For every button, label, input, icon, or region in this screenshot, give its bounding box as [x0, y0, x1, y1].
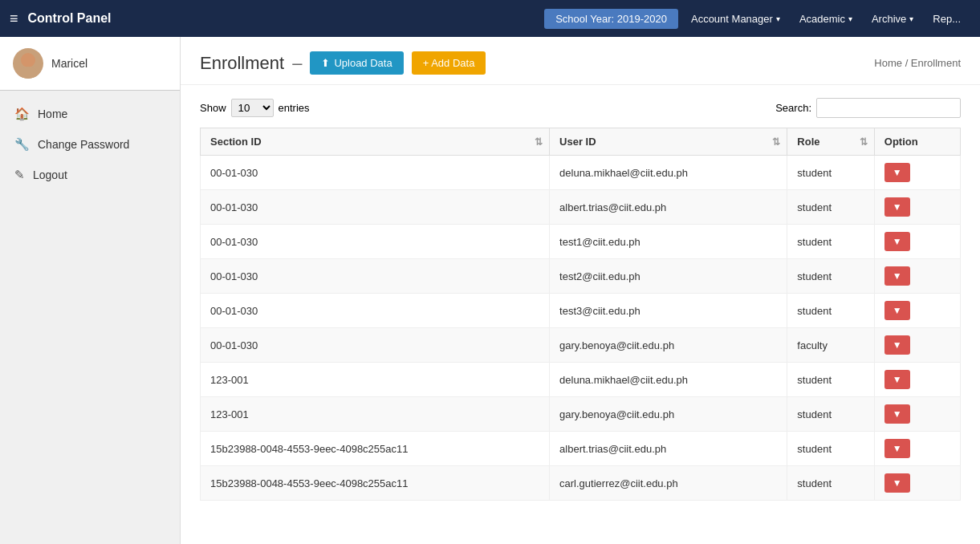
- cell-section-id: 00-01-030: [201, 225, 550, 259]
- cell-role: student: [787, 259, 874, 294]
- school-year-badge: School Year: 2019-2020: [544, 9, 678, 29]
- cell-user-id: test2@ciit.edu.ph: [550, 259, 787, 294]
- navbar-right: School Year: 2019-2020 Account Manager ▾…: [544, 8, 970, 30]
- sidebar-item-home[interactable]: 🏠 Home: [0, 99, 180, 129]
- cell-user-id: gary.benoya@ciit.edu.ph: [550, 397, 787, 432]
- table-row: 15b23988-0048-4553-9eec-4098c255ac11 car…: [201, 466, 961, 501]
- cell-option: ▼: [874, 432, 960, 466]
- option-dropdown-button[interactable]: ▼: [884, 439, 910, 458]
- breadcrumb-current: Enrollment: [911, 57, 961, 69]
- brand-title: Control Panel: [28, 11, 112, 26]
- option-dropdown-button[interactable]: ▼: [884, 370, 910, 389]
- option-dropdown-button[interactable]: ▼: [884, 163, 910, 182]
- logout-icon: ✎: [14, 168, 25, 182]
- col-section-id: Section ID ⇅: [201, 128, 550, 156]
- col-option: Option: [874, 128, 960, 156]
- sidebar-nav: 🏠 Home 🔧 Change Password ✎ Logout: [0, 91, 180, 198]
- user-id-sort-icon[interactable]: ⇅: [772, 136, 780, 148]
- academic-caret-icon: ▾: [848, 14, 852, 23]
- cell-role: student: [787, 294, 874, 328]
- cell-option: ▼: [874, 466, 960, 501]
- option-dropdown-button[interactable]: ▼: [884, 335, 910, 355]
- upload-data-button[interactable]: ⬆ Upload Data: [310, 51, 403, 75]
- table-controls: Show 10 25 50 100 entries Search:: [200, 98, 961, 118]
- academic-btn[interactable]: Academic ▾: [790, 8, 862, 30]
- cell-section-id: 00-01-030: [201, 294, 550, 328]
- upload-icon: ⬆: [321, 57, 330, 69]
- search-input[interactable]: [816, 98, 961, 118]
- cell-role: student: [787, 397, 874, 432]
- cell-option: ▼: [874, 190, 960, 225]
- svg-point-1: [18, 67, 39, 79]
- entries-select[interactable]: 10 25 50 100: [231, 99, 274, 117]
- option-dropdown-button[interactable]: ▼: [884, 266, 910, 286]
- sidebar-item-change-password-label: Change Password: [38, 138, 129, 151]
- reports-btn[interactable]: Rep...: [923, 8, 970, 30]
- option-dropdown-button[interactable]: ▼: [884, 473, 910, 493]
- cell-section-id: 123-001: [201, 363, 550, 397]
- table-row: 00-01-030 albert.trias@ciit.edu.ph stude…: [201, 190, 961, 225]
- cell-role: faculty: [787, 328, 874, 363]
- cell-role: student: [787, 190, 874, 225]
- show-label: Show: [200, 102, 226, 114]
- archive-caret-icon: ▾: [909, 14, 913, 23]
- cell-section-id: 00-01-030: [201, 328, 550, 363]
- table-row: 15b23988-0048-4553-9eec-4098c255ac11 alb…: [201, 432, 961, 466]
- table-row: 00-01-030 deluna.mikhael@ciit.edu.ph stu…: [201, 156, 961, 190]
- option-dropdown-button[interactable]: ▼: [884, 404, 910, 424]
- cell-user-id: albert.trias@ciit.edu.ph: [550, 432, 787, 466]
- cell-section-id: 00-01-030: [201, 259, 550, 294]
- table-row: 00-01-030 test1@ciit.edu.ph student ▼: [201, 225, 961, 259]
- cell-user-id: gary.benoya@ciit.edu.ph: [550, 328, 787, 363]
- sidebar-toggle[interactable]: ≡: [10, 10, 18, 27]
- sidebar-item-home-label: Home: [38, 108, 67, 120]
- table-row: 00-01-030 test2@ciit.edu.ph student ▼: [201, 259, 961, 294]
- cell-role: student: [787, 225, 874, 259]
- cell-role: student: [787, 156, 874, 190]
- cell-option: ▼: [874, 294, 960, 328]
- cell-option: ▼: [874, 156, 960, 190]
- cell-role: student: [787, 466, 874, 501]
- breadcrumb-separator: /: [905, 57, 911, 69]
- sidebar-item-logout-label: Logout: [33, 168, 67, 181]
- option-dropdown-button[interactable]: ▼: [884, 232, 910, 251]
- table-row: 00-01-030 test3@ciit.edu.ph student ▼: [201, 294, 961, 328]
- table-header-row: Section ID ⇅ User ID ⇅ Role ⇅ Option: [201, 128, 961, 156]
- sidebar-item-change-password[interactable]: 🔧 Change Password: [0, 129, 180, 160]
- show-entries: Show 10 25 50 100 entries: [200, 99, 310, 117]
- option-dropdown-button[interactable]: ▼: [884, 197, 910, 217]
- cell-option: ▼: [874, 363, 960, 397]
- cell-user-id: deluna.mikhael@ciit.edu.ph: [550, 363, 787, 397]
- breadcrumb-home[interactable]: Home: [874, 57, 902, 69]
- cell-user-id: carl.gutierrez@ciit.edu.ph: [550, 466, 787, 501]
- archive-btn[interactable]: Archive ▾: [862, 8, 923, 30]
- option-dropdown-button[interactable]: ▼: [884, 301, 910, 320]
- cell-role: student: [787, 363, 874, 397]
- account-manager-btn[interactable]: Account Manager ▾: [681, 8, 790, 30]
- section-id-sort-icon[interactable]: ⇅: [535, 136, 543, 148]
- home-icon: 🏠: [14, 107, 30, 121]
- table-row: 123-001 deluna.mikhael@ciit.edu.ph stude…: [201, 363, 961, 397]
- add-data-button[interactable]: + Add Data: [412, 51, 486, 75]
- sidebar-item-logout[interactable]: ✎ Logout: [0, 160, 180, 190]
- sidebar-user: Maricel: [0, 37, 180, 91]
- account-manager-caret-icon: ▾: [776, 14, 780, 23]
- main-header: Enrollment – ⬆ Upload Data + Add Data Ho…: [181, 37, 980, 85]
- cell-section-id: 15b23988-0048-4553-9eec-4098c255ac11: [201, 466, 550, 501]
- role-sort-icon[interactable]: ⇅: [860, 136, 868, 148]
- table-row: 123-001 gary.benoya@ciit.edu.ph student …: [201, 397, 961, 432]
- cell-user-id: test3@ciit.edu.ph: [550, 294, 787, 328]
- sidebar: Maricel 🏠 Home 🔧 Change Password ✎ Logou…: [0, 37, 181, 544]
- cell-section-id: 15b23988-0048-4553-9eec-4098c255ac11: [201, 432, 550, 466]
- cell-option: ▼: [874, 259, 960, 294]
- cell-user-id: deluna.mikhael@ciit.edu.ph: [550, 156, 787, 190]
- page-title: Enrollment: [200, 53, 284, 74]
- cell-role: student: [787, 432, 874, 466]
- wrench-icon: 🔧: [14, 137, 30, 152]
- svg-point-0: [21, 53, 35, 67]
- main-content: Enrollment – ⬆ Upload Data + Add Data Ho…: [181, 37, 980, 544]
- cell-section-id: 123-001: [201, 397, 550, 432]
- cell-option: ▼: [874, 328, 960, 363]
- avatar: [13, 48, 43, 79]
- cell-option: ▼: [874, 397, 960, 432]
